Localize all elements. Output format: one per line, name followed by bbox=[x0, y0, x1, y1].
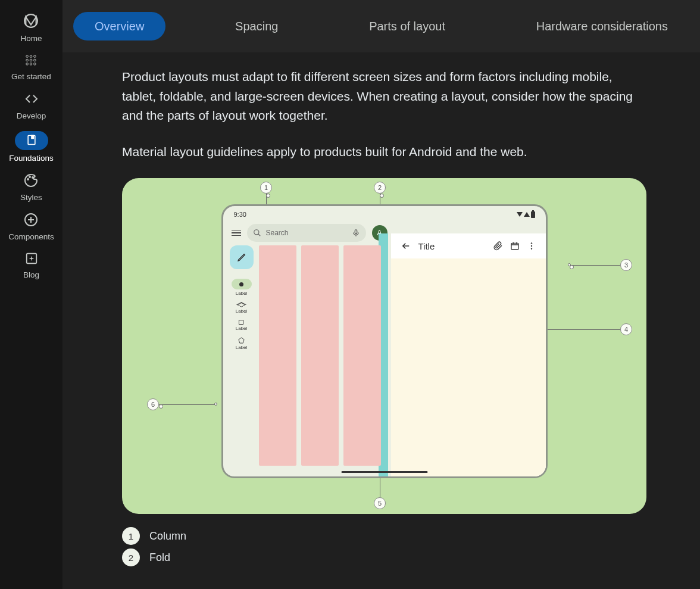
tab-parts-of-layout[interactable]: Parts of layout bbox=[348, 12, 467, 40]
callout-number: 5 bbox=[374, 497, 386, 509]
more-icon[interactable] bbox=[527, 241, 536, 251]
sidebar-item-get-started[interactable]: Get started bbox=[11, 54, 51, 81]
rail-item[interactable]: Label bbox=[236, 320, 248, 331]
mic-icon[interactable] bbox=[352, 229, 360, 237]
main-content: Overview Spacing Parts of layout Hardwar… bbox=[62, 0, 700, 589]
rail-label: Label bbox=[236, 326, 248, 331]
search-input[interactable]: Search bbox=[247, 224, 366, 242]
column bbox=[259, 245, 296, 466]
svg-point-13 bbox=[29, 176, 30, 177]
tab-hardware-considerations[interactable]: Hardware considerations bbox=[515, 12, 689, 40]
sparkle-icon bbox=[25, 252, 38, 267]
svg-rect-18 bbox=[355, 230, 357, 234]
fab-edit[interactable] bbox=[230, 245, 254, 269]
sidebar-label: Foundations bbox=[9, 154, 53, 163]
svg-point-3 bbox=[34, 55, 36, 58]
rail-item[interactable]: Label bbox=[236, 337, 248, 350]
status-time: 9:30 bbox=[234, 211, 246, 218]
rail-label: Label bbox=[236, 291, 248, 296]
signal-icon bbox=[524, 212, 530, 217]
callout-6: 6 bbox=[147, 398, 215, 410]
svg-point-5 bbox=[30, 59, 33, 61]
sidebar-item-home[interactable]: Home bbox=[20, 13, 42, 43]
callout-number: 1 bbox=[260, 182, 272, 194]
search-placeholder: Search bbox=[266, 229, 289, 237]
sidebar-label: Develop bbox=[17, 111, 46, 120]
search-icon bbox=[253, 229, 261, 237]
rail-item[interactable]: Label bbox=[232, 279, 252, 296]
legend-number: 1 bbox=[122, 527, 140, 545]
calendar-icon[interactable] bbox=[510, 241, 520, 251]
callout-number: 4 bbox=[620, 323, 632, 335]
book-icon bbox=[26, 134, 38, 148]
gesture-bar bbox=[341, 471, 427, 473]
svg-point-22 bbox=[530, 248, 532, 250]
tabs: Overview Spacing Parts of layout Hardwar… bbox=[62, 0, 700, 52]
svg-point-17 bbox=[254, 230, 258, 235]
rail-label: Label bbox=[236, 308, 248, 314]
column bbox=[301, 245, 339, 466]
palette-icon bbox=[24, 173, 38, 189]
back-icon[interactable] bbox=[401, 241, 411, 251]
add-circle-icon bbox=[24, 213, 38, 229]
svg-point-14 bbox=[32, 177, 33, 178]
device-frame: 9:30 Search A bbox=[221, 204, 548, 478]
status-bar: 9:30 bbox=[223, 206, 546, 220]
sidebar: Home Get started Develop Foundations Sty… bbox=[0, 0, 62, 589]
battery-icon bbox=[531, 211, 535, 218]
svg-point-1 bbox=[26, 55, 29, 58]
legend-row: 2 Fold bbox=[122, 549, 646, 566]
figure-legend: 1 Column 2 Fold bbox=[122, 527, 646, 566]
sidebar-item-styles[interactable]: Styles bbox=[20, 173, 42, 202]
detail-panel: Title bbox=[391, 233, 546, 476]
callout-number: 3 bbox=[620, 259, 632, 271]
navigation-rail: Label Label Label Label bbox=[228, 245, 255, 472]
sidebar-item-foundations[interactable]: Foundations bbox=[9, 131, 53, 163]
menu-icon[interactable] bbox=[232, 230, 241, 236]
legend-number: 2 bbox=[122, 549, 140, 566]
layout-columns bbox=[259, 245, 381, 466]
wifi-icon bbox=[517, 212, 523, 217]
legend-label: Column bbox=[149, 530, 186, 543]
panel-body bbox=[391, 258, 546, 476]
panel-app-bar: Title bbox=[391, 233, 546, 258]
intro-paragraph-1: Product layouts must adapt to fit differ… bbox=[122, 67, 646, 126]
triangle-icon bbox=[236, 302, 246, 307]
layout-figure: 1 2 3 4 5 bbox=[122, 178, 646, 514]
svg-point-12 bbox=[27, 179, 29, 180]
sidebar-label: Styles bbox=[20, 193, 42, 202]
svg-point-9 bbox=[34, 63, 36, 66]
square-icon bbox=[239, 320, 243, 325]
rail-label: Label bbox=[236, 345, 248, 350]
intro-paragraph-2: Material layout guidelines apply to prod… bbox=[122, 142, 646, 162]
callout-number: 6 bbox=[147, 398, 159, 410]
svg-point-7 bbox=[26, 63, 29, 66]
svg-rect-19 bbox=[511, 244, 518, 250]
tab-overview[interactable]: Overview bbox=[73, 12, 165, 40]
pencil-icon bbox=[237, 253, 246, 262]
svg-point-2 bbox=[30, 55, 33, 58]
sidebar-item-blog[interactable]: Blog bbox=[23, 252, 39, 279]
panel-title: Title bbox=[418, 241, 435, 251]
circle-icon bbox=[239, 282, 243, 286]
article: Product layouts must adapt to fit differ… bbox=[62, 52, 700, 589]
legend-label: Fold bbox=[149, 551, 170, 564]
sidebar-item-develop[interactable]: Develop bbox=[17, 92, 46, 120]
legend-row: 1 Column bbox=[122, 527, 646, 545]
tab-spacing[interactable]: Spacing bbox=[214, 12, 299, 40]
attachment-icon[interactable] bbox=[493, 241, 503, 251]
column bbox=[343, 245, 381, 466]
callout-number: 2 bbox=[374, 182, 386, 194]
svg-point-6 bbox=[34, 59, 36, 61]
rail-item[interactable]: Label bbox=[236, 302, 248, 314]
sidebar-label: Blog bbox=[23, 270, 39, 279]
sidebar-label: Components bbox=[8, 232, 54, 241]
svg-point-8 bbox=[30, 63, 33, 66]
svg-point-21 bbox=[530, 245, 532, 247]
svg-rect-11 bbox=[32, 135, 33, 138]
sidebar-label: Get started bbox=[11, 72, 51, 81]
apps-icon bbox=[24, 54, 38, 68]
sidebar-active-chip bbox=[15, 131, 48, 150]
sidebar-item-components[interactable]: Components bbox=[8, 213, 54, 241]
status-icons bbox=[517, 211, 535, 218]
